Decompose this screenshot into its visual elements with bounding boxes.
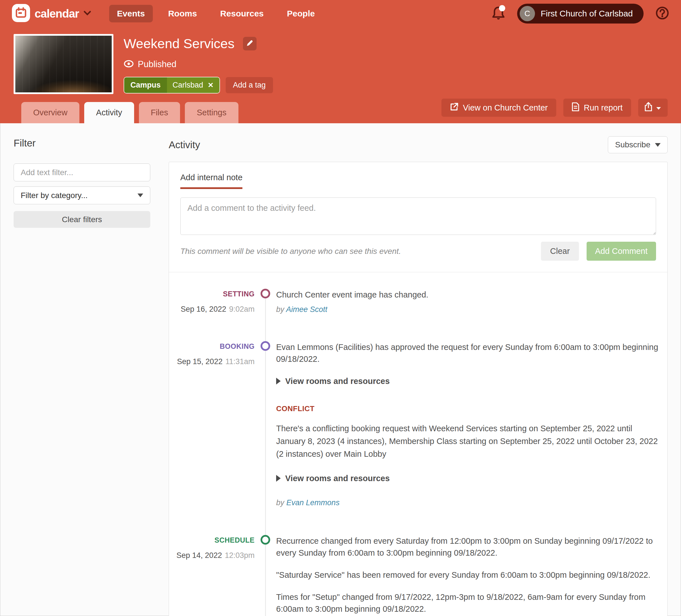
by-label: by xyxy=(276,499,284,507)
remove-tag-icon[interactable]: ✕ xyxy=(208,81,214,89)
nav-item-people[interactable]: People xyxy=(279,5,323,22)
entry-date: Sep 15, 2022 xyxy=(177,357,223,366)
run-report-label: Run report xyxy=(584,103,623,112)
timeline-dot-booking xyxy=(260,341,270,351)
conflict-text: There's a conflicting booking request wi… xyxy=(276,422,660,460)
share-chevron-down-icon xyxy=(656,103,661,112)
activity-header: Activity Subscribe xyxy=(169,136,668,153)
add-tag-button[interactable]: Add a tag xyxy=(226,77,273,93)
share-icon xyxy=(645,102,652,114)
author-link[interactable]: Aimee Scott xyxy=(286,305,327,314)
nav-item-events[interactable]: Events xyxy=(109,5,153,22)
add-comment-button[interactable]: Add Comment xyxy=(587,242,656,261)
entry-content: Church Center event image has changed. b… xyxy=(276,289,667,315)
event-title: Weekend Services xyxy=(124,36,234,51)
notifications-bell-icon[interactable] xyxy=(492,6,505,21)
entry-content: Recurrence changed from every Saturday f… xyxy=(276,535,667,616)
entry-byline: by Evan Lemmons xyxy=(276,497,660,508)
entry-text: Church Center event image has changed. xyxy=(276,289,660,301)
conflict-badge: CONFLICT xyxy=(276,403,660,414)
timeline-dot-schedule xyxy=(260,535,270,544)
author-link[interactable]: Evan Lemmons xyxy=(286,499,339,507)
entry-meta: BOOKING Sep 15, 202211:31am xyxy=(169,341,255,508)
tab-files[interactable]: Files xyxy=(139,102,180,123)
text-filter-input[interactable] xyxy=(14,163,150,181)
tag-campus-carlsbad[interactable]: Campus Carlsbad ✕ xyxy=(124,77,220,93)
schedule-paragraph-2: "Saturday Service" has been removed for … xyxy=(276,569,660,581)
entry-content: Evan Lemmons (Facilities) has approved t… xyxy=(276,341,667,508)
feed-divider xyxy=(169,272,667,272)
timeline-dot-setting xyxy=(260,289,270,298)
timeline-dot-cell xyxy=(255,289,276,315)
main-content: Filter Filter by category... Clear filte… xyxy=(0,123,681,616)
entry-meta: SETTING Sep 16, 20229:02am xyxy=(169,289,255,315)
subscribe-label: Subscribe xyxy=(615,140,650,149)
entry-date: Sep 14, 2022 xyxy=(176,551,222,560)
account-name: First Church of Carlsbad xyxy=(541,9,633,19)
notification-badge xyxy=(499,5,505,11)
help-icon[interactable] xyxy=(655,6,669,21)
edit-title-button[interactable] xyxy=(243,37,257,50)
feed-entry-schedule: SCHEDULE Sep 14, 202212:03pm Recurrence … xyxy=(169,535,667,616)
schedule-paragraph-3: Times for "Setup" changed from 9/17/2022… xyxy=(276,591,660,615)
tags-row: Campus Carlsbad ✕ Add a tag xyxy=(124,77,273,93)
comment-textarea[interactable] xyxy=(180,197,656,235)
category-filter-value: Filter by category... xyxy=(21,191,87,200)
clear-filters-button[interactable]: Clear filters xyxy=(14,211,150,228)
tab-settings[interactable]: Settings xyxy=(185,102,238,123)
pencil-icon xyxy=(246,39,253,48)
entry-type-badge: SCHEDULE xyxy=(169,535,255,544)
comment-actions: This comment will be visible to anyone w… xyxy=(169,242,667,261)
tab-add-internal-note[interactable]: Add internal note xyxy=(180,173,243,189)
feed-entry-setting: SETTING Sep 16, 20229:02am Church Center… xyxy=(169,289,667,315)
timeline-dot-cell xyxy=(255,535,276,616)
comment-box-wrap xyxy=(169,197,667,236)
entry-type-badge: SETTING xyxy=(169,289,255,298)
external-link-icon xyxy=(450,103,458,113)
view-rooms-toggle[interactable]: View rooms and resources xyxy=(276,375,660,387)
nav-item-resources[interactable]: Resources xyxy=(212,5,272,22)
tab-overview[interactable]: Overview xyxy=(21,102,79,123)
view-rooms-toggle[interactable]: View rooms and resources xyxy=(276,472,660,484)
nav-item-rooms[interactable]: Rooms xyxy=(160,5,205,22)
run-report-button[interactable]: Run report xyxy=(563,99,631,117)
tag-value-label: Carlsbad xyxy=(173,81,203,89)
report-document-icon xyxy=(572,102,579,113)
share-menu-button[interactable] xyxy=(638,99,668,117)
view-on-church-center-label: View on Church Center xyxy=(463,103,548,112)
publish-status-label: Published xyxy=(138,59,176,70)
entry-byline: by Aimee Scott xyxy=(276,304,660,315)
entry-date: Sep 16, 2022 xyxy=(181,305,226,313)
triangle-right-icon xyxy=(276,378,281,384)
account-menu[interactable]: C First Church of Carlsbad xyxy=(517,4,644,24)
activity-card: Add internal note This comment will be v… xyxy=(169,162,668,616)
eye-icon xyxy=(124,60,134,69)
brand-chevron-down-icon xyxy=(84,10,91,17)
entry-time: 11:31am xyxy=(225,357,255,366)
entry-meta: SCHEDULE Sep 14, 202212:03pm xyxy=(169,535,255,616)
event-image[interactable] xyxy=(14,34,114,94)
subscribe-button[interactable]: Subscribe xyxy=(608,136,668,153)
schedule-paragraph-1: Recurrence changed from every Saturday f… xyxy=(276,535,660,559)
subscribe-chevron-down-icon xyxy=(655,143,661,147)
event-tabs: Overview Activity Files Settings xyxy=(21,102,238,123)
entry-datetime: Sep 14, 202212:03pm xyxy=(169,551,255,560)
view-rooms-label: View rooms and resources xyxy=(285,472,390,484)
view-on-church-center-button[interactable]: View on Church Center xyxy=(442,99,556,117)
event-info: Weekend Services Published Campus Carlsb xyxy=(124,34,273,94)
entry-type-badge: BOOKING xyxy=(169,341,255,350)
triangle-right-icon xyxy=(276,475,281,482)
timeline-dot-cell xyxy=(255,341,276,508)
entry-text: Evan Lemmons (Facilities) has approved t… xyxy=(276,341,660,365)
app-switcher[interactable]: calendar xyxy=(12,4,91,23)
tab-activity[interactable]: Activity xyxy=(84,102,134,123)
entry-datetime: Sep 15, 202211:31am xyxy=(169,357,255,366)
clear-comment-button[interactable]: Clear xyxy=(541,242,579,261)
category-filter-select[interactable]: Filter by category... xyxy=(14,186,150,204)
entry-time: 12:03pm xyxy=(225,551,255,560)
tag-value: Carlsbad ✕ xyxy=(167,77,220,93)
account-avatar: C xyxy=(520,6,535,21)
activity-feed: SETTING Sep 16, 20229:02am Church Center… xyxy=(169,289,667,616)
primary-nav: Events Rooms Resources People xyxy=(109,5,323,22)
view-rooms-label: View rooms and resources xyxy=(285,375,390,387)
